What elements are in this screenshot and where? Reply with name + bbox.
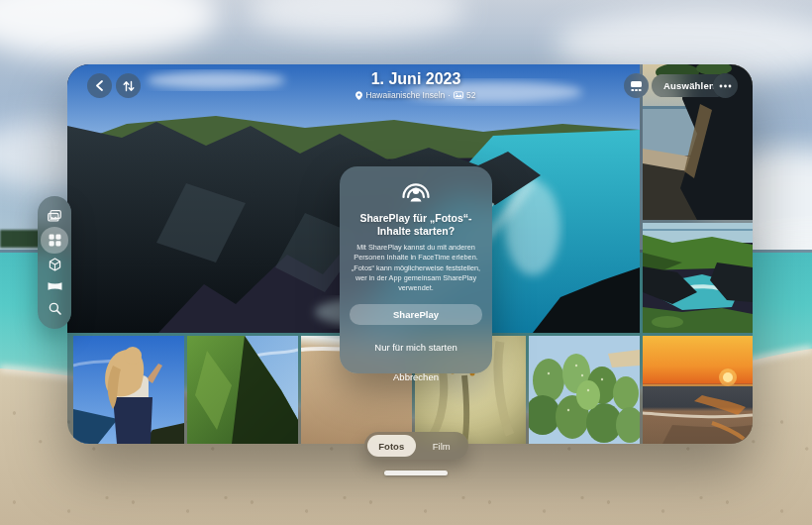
sidebar-item-albums[interactable] — [41, 227, 68, 253]
search-icon — [49, 302, 61, 315]
view-mode-segmented-control: Fotos Film — [364, 432, 468, 460]
sort-button[interactable] — [116, 73, 141, 98]
more-button[interactable] — [713, 73, 738, 98]
layout-view-icon — [630, 80, 643, 92]
spatial-cube-icon — [49, 258, 61, 271]
tab-film-label: Film — [433, 441, 451, 452]
window-drag-handle[interactable] — [384, 471, 448, 475]
header-subtitle: Hawaiianische Inseln · 52 — [297, 90, 535, 100]
header: 1. Juni 2023 Hawaiianische Inseln · 52 — [297, 70, 535, 100]
photo-green-coast-cove[interactable] — [643, 223, 753, 333]
photos-stack-icon — [48, 210, 61, 222]
view-options-button[interactable] — [624, 73, 649, 98]
photo-cactus-patch[interactable] — [529, 336, 640, 444]
dialog-body: Mit SharePlay kannst du mit anderen Pers… — [350, 243, 482, 293]
start-for-me-label: Nur für mich starten — [374, 342, 457, 353]
albums-grid-icon — [49, 234, 61, 247]
location-pin-icon — [355, 91, 362, 100]
panorama-icon — [48, 281, 62, 291]
tab-fotos-label: Fotos — [378, 441, 404, 452]
page-title: 1. Juni 2023 — [297, 70, 535, 88]
app-tab-bar — [38, 196, 71, 329]
dialog-title: SharePlay für „Fotos“-Inhalte starten? — [350, 212, 482, 238]
sidebar-item-panorama[interactable] — [43, 275, 66, 297]
arrow-up-arrow-down-icon — [123, 80, 135, 92]
shareplay-confirm-label: SharePlay — [393, 309, 439, 320]
select-button-label: Auswählen — [663, 80, 715, 91]
location-label: Hawaiianische Inseln — [365, 90, 445, 100]
sidebar-item-search[interactable] — [43, 298, 66, 320]
photo-count: 52 — [466, 90, 475, 100]
cancel-label: Abbrechen — [393, 371, 439, 382]
photo-green-sea-cliffs[interactable] — [187, 336, 298, 444]
tab-fotos[interactable]: Fotos — [367, 435, 416, 457]
tab-film[interactable]: Film — [418, 435, 466, 457]
cancel-button[interactable]: Abbrechen — [350, 362, 482, 391]
separator: · — [448, 90, 451, 100]
shareplay-dialog: SharePlay für „Fotos“-Inhalte starten? M… — [340, 166, 492, 373]
start-for-me-button[interactable]: Nur für mich starten — [350, 332, 482, 362]
photo-count-icon — [454, 91, 463, 99]
back-button[interactable] — [87, 73, 112, 98]
photo-beach-sunset[interactable] — [643, 336, 753, 444]
visionos-photos-screen: 1. Juni 2023 Hawaiianische Inseln · 52 A… — [0, 0, 812, 525]
chevron-left-icon — [95, 80, 104, 91]
photo-woman-on-cliff[interactable] — [73, 336, 184, 444]
shareplay-confirm-button[interactable]: SharePlay — [350, 304, 482, 325]
shareplay-icon — [401, 178, 431, 202]
sidebar-item-photos[interactable] — [43, 205, 66, 227]
ellipsis-icon — [719, 84, 732, 88]
sidebar-item-spatial[interactable] — [43, 254, 66, 275]
